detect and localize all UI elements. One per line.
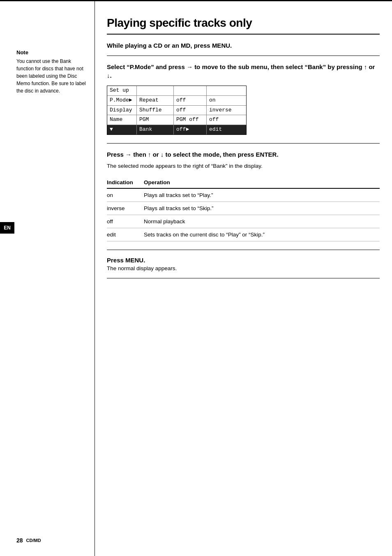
col-indication-header: Indication <box>107 177 144 188</box>
menu-col-54: edit <box>207 125 235 134</box>
note-text: You cannot use the Bank function for dis… <box>16 58 86 95</box>
table-row: onPlays all tracks set to “Play.” <box>107 188 380 202</box>
operation-cell: Plays all tracks set to “Skip.” <box>144 202 380 215</box>
press-menu-desc: The normal display appears. <box>107 265 380 271</box>
page-title: Playing specific tracks only <box>107 16 380 30</box>
left-divider <box>95 0 95 556</box>
menu-col-24: on <box>207 96 235 105</box>
indication-table: Indication Operation onPlays all tracks … <box>107 177 380 241</box>
menu-row-pmode: P.Mode► Repeat off on <box>107 96 246 106</box>
menu-col-23: off <box>174 96 207 105</box>
menu-col-44: off <box>207 115 235 125</box>
menu-col-21: P.Mode► <box>107 96 137 105</box>
main-content: Playing specific tracks only While playi… <box>107 16 380 285</box>
divider-1 <box>107 34 380 35</box>
indication-cell: edit <box>107 228 144 241</box>
en-badge: EN <box>0 222 14 234</box>
indication-cell: inverse <box>107 202 144 215</box>
divider-5 <box>107 278 380 278</box>
menu-col-53: off► <box>174 125 207 134</box>
menu-row-bank: ▼ Bank off► edit <box>107 125 246 134</box>
table-row: inversePlays all tracks set to “Skip.” <box>107 202 380 215</box>
table-row: editSets tracks on the current disc to “… <box>107 228 380 241</box>
page-number: 28 <box>16 537 23 544</box>
menu-col-14 <box>207 86 235 95</box>
menu-col-42: PGM <box>137 115 174 125</box>
menu-col-11: Set up <box>107 86 137 95</box>
note-title: Note <box>16 49 86 56</box>
menu-col-31: Display <box>107 106 137 115</box>
indication-cell: off <box>107 215 144 228</box>
menu-col-33: off <box>174 106 207 115</box>
col-operation-header: Operation <box>144 177 380 188</box>
menu-col-13 <box>174 86 207 95</box>
menu-col-41: Name <box>107 115 137 125</box>
operation-cell: Sets tracks on the current disc to “Play… <box>144 228 380 241</box>
section2-heading: Select “P.Mode” and press → to move to t… <box>107 63 380 80</box>
divider-3 <box>107 143 380 144</box>
page-label: CD/MD <box>26 538 41 543</box>
menu-col-34: inverse <box>207 106 235 115</box>
menu-col-52: Bank <box>137 125 174 134</box>
menu-col-32: Shuffle <box>137 106 174 115</box>
operation-cell: Plays all tracks set to “Play.” <box>144 188 380 202</box>
indication-cell: on <box>107 188 144 202</box>
section3-description: The selected mode appears to the right o… <box>107 162 380 170</box>
divider-2 <box>107 56 380 56</box>
sidebar: Note You cannot use the Bank function fo… <box>16 49 86 95</box>
menu-row-display: Display Shuffle off inverse <box>107 106 246 116</box>
menu-row-name: Name PGM PGM off off <box>107 115 246 125</box>
menu-display: Set up P.Mode► Repeat off on Display Shu… <box>107 86 247 135</box>
press-menu-heading: Press MENU. <box>107 257 380 264</box>
section3-heading: Press → then ↑ or ↓ to select the mode, … <box>107 150 380 159</box>
operation-cell: Normal playback <box>144 215 380 228</box>
divider-4 <box>107 250 380 250</box>
menu-col-51: ▼ <box>107 125 137 134</box>
page-number-area: 28 CD/MD <box>0 537 95 544</box>
menu-col-12 <box>137 86 174 95</box>
menu-row-setup: Set up <box>107 86 246 96</box>
section1-heading: While playing a CD or an MD, press MENU. <box>107 41 380 50</box>
menu-col-22: Repeat <box>137 96 174 105</box>
menu-col-43: PGM off <box>174 115 207 125</box>
top-border <box>0 0 392 1</box>
table-row: offNormal playback <box>107 215 380 228</box>
